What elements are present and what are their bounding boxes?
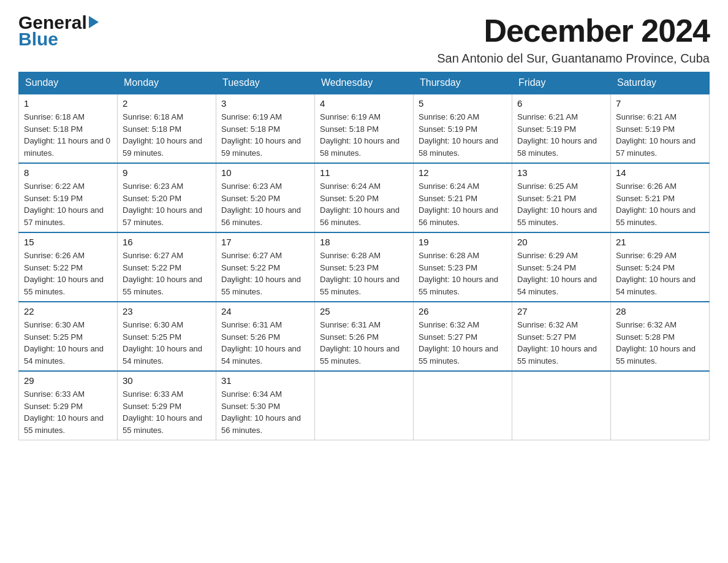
calendar-week-row: 15 Sunrise: 6:26 AM Sunset: 5:22 PM Dayl… — [19, 232, 710, 302]
day-info: Sunrise: 6:34 AM Sunset: 5:30 PM Dayligh… — [221, 388, 309, 436]
day-info: Sunrise: 6:30 AM Sunset: 5:25 PM Dayligh… — [24, 319, 112, 367]
header-saturday: Saturday — [611, 72, 710, 94]
day-cell-10: 10 Sunrise: 6:23 AM Sunset: 5:20 PM Dayl… — [216, 163, 315, 232]
day-info: Sunrise: 6:21 AM Sunset: 5:19 PM Dayligh… — [616, 111, 704, 159]
day-cell-26: 26 Sunrise: 6:32 AM Sunset: 5:27 PM Dayl… — [414, 302, 512, 371]
day-info: Sunrise: 6:27 AM Sunset: 5:22 PM Dayligh… — [123, 250, 211, 297]
day-cell-4: 4 Sunrise: 6:19 AM Sunset: 5:18 PM Dayli… — [315, 94, 414, 163]
day-number: 15 — [24, 237, 112, 247]
day-number: 22 — [24, 306, 112, 316]
day-number: 26 — [419, 306, 507, 316]
day-cell-18: 18 Sunrise: 6:28 AM Sunset: 5:23 PM Dayl… — [315, 232, 414, 302]
day-number: 29 — [24, 375, 112, 386]
day-number: 23 — [123, 306, 211, 316]
weekday-header-row: Sunday Monday Tuesday Wednesday Thursday… — [19, 72, 710, 94]
day-number: 4 — [320, 98, 408, 109]
day-number: 25 — [320, 306, 408, 316]
day-info: Sunrise: 6:28 AM Sunset: 5:23 PM Dayligh… — [419, 250, 507, 297]
day-cell-2: 2 Sunrise: 6:18 AM Sunset: 5:18 PM Dayli… — [118, 94, 216, 163]
day-cell-1: 1 Sunrise: 6:18 AM Sunset: 5:18 PM Dayli… — [19, 94, 118, 163]
day-cell-8: 8 Sunrise: 6:22 AM Sunset: 5:19 PM Dayli… — [19, 163, 118, 232]
day-info: Sunrise: 6:29 AM Sunset: 5:24 PM Dayligh… — [616, 250, 704, 297]
header-sunday: Sunday — [19, 72, 118, 94]
day-number: 16 — [123, 237, 211, 247]
calendar-week-row: 1 Sunrise: 6:18 AM Sunset: 5:18 PM Dayli… — [19, 94, 710, 163]
day-number: 3 — [221, 98, 309, 109]
header-monday: Monday — [118, 72, 216, 94]
day-cell-12: 12 Sunrise: 6:24 AM Sunset: 5:21 PM Dayl… — [414, 163, 512, 232]
header-thursday: Thursday — [414, 72, 512, 94]
day-number: 1 — [24, 98, 112, 109]
day-number: 30 — [123, 375, 211, 386]
day-info: Sunrise: 6:30 AM Sunset: 5:25 PM Dayligh… — [123, 319, 211, 367]
logo-triangle-icon — [89, 16, 99, 28]
day-number: 18 — [320, 237, 408, 247]
day-info: Sunrise: 6:19 AM Sunset: 5:18 PM Dayligh… — [221, 111, 309, 159]
day-info: Sunrise: 6:23 AM Sunset: 5:20 PM Dayligh… — [123, 180, 211, 228]
day-info: Sunrise: 6:24 AM Sunset: 5:21 PM Dayligh… — [419, 180, 507, 228]
day-info: Sunrise: 6:19 AM Sunset: 5:18 PM Dayligh… — [320, 111, 408, 159]
day-number: 12 — [419, 167, 507, 178]
day-number: 7 — [616, 98, 704, 109]
day-cell-23: 23 Sunrise: 6:30 AM Sunset: 5:25 PM Dayl… — [118, 302, 216, 371]
day-info: Sunrise: 6:18 AM Sunset: 5:18 PM Dayligh… — [123, 111, 211, 159]
day-number: 9 — [123, 167, 211, 178]
day-cell-21: 21 Sunrise: 6:29 AM Sunset: 5:24 PM Dayl… — [611, 232, 710, 302]
day-number: 14 — [616, 167, 704, 178]
day-info: Sunrise: 6:18 AM Sunset: 5:18 PM Dayligh… — [24, 111, 112, 159]
day-info: Sunrise: 6:28 AM Sunset: 5:23 PM Dayligh… — [320, 250, 408, 297]
day-info: Sunrise: 6:31 AM Sunset: 5:26 PM Dayligh… — [320, 319, 408, 367]
day-cell-27: 27 Sunrise: 6:32 AM Sunset: 5:27 PM Dayl… — [512, 302, 611, 371]
day-number: 19 — [419, 237, 507, 247]
calendar-table: Sunday Monday Tuesday Wednesday Thursday… — [18, 72, 710, 440]
empty-cell — [512, 371, 611, 440]
day-number: 20 — [517, 237, 605, 247]
day-number: 17 — [221, 237, 309, 247]
day-cell-11: 11 Sunrise: 6:24 AM Sunset: 5:20 PM Dayl… — [315, 163, 414, 232]
day-cell-9: 9 Sunrise: 6:23 AM Sunset: 5:20 PM Dayli… — [118, 163, 216, 232]
day-number: 10 — [221, 167, 309, 178]
day-info: Sunrise: 6:20 AM Sunset: 5:19 PM Dayligh… — [419, 111, 507, 159]
location-subtitle: San Antonio del Sur, Guantanamo Province… — [437, 52, 710, 66]
header-wednesday: Wednesday — [315, 72, 414, 94]
day-cell-13: 13 Sunrise: 6:25 AM Sunset: 5:21 PM Dayl… — [512, 163, 611, 232]
day-number: 31 — [221, 375, 309, 386]
day-cell-3: 3 Sunrise: 6:19 AM Sunset: 5:18 PM Dayli… — [216, 94, 315, 163]
calendar-week-row: 22 Sunrise: 6:30 AM Sunset: 5:25 PM Dayl… — [19, 302, 710, 371]
day-info: Sunrise: 6:21 AM Sunset: 5:19 PM Dayligh… — [517, 111, 605, 159]
empty-cell — [315, 371, 414, 440]
day-info: Sunrise: 6:26 AM Sunset: 5:22 PM Dayligh… — [24, 250, 112, 297]
day-info: Sunrise: 6:31 AM Sunset: 5:26 PM Dayligh… — [221, 319, 309, 367]
day-info: Sunrise: 6:33 AM Sunset: 5:29 PM Dayligh… — [123, 388, 211, 436]
day-info: Sunrise: 6:32 AM Sunset: 5:27 PM Dayligh… — [419, 319, 507, 367]
day-info: Sunrise: 6:33 AM Sunset: 5:29 PM Dayligh… — [24, 388, 112, 436]
day-info: Sunrise: 6:25 AM Sunset: 5:21 PM Dayligh… — [517, 180, 605, 228]
day-number: 27 — [517, 306, 605, 316]
calendar-week-row: 8 Sunrise: 6:22 AM Sunset: 5:19 PM Dayli… — [19, 163, 710, 232]
page-header: General Blue December 2024 San Antonio d… — [18, 12, 710, 66]
day-info: Sunrise: 6:22 AM Sunset: 5:19 PM Dayligh… — [24, 180, 112, 228]
day-number: 5 — [419, 98, 507, 109]
day-number: 8 — [24, 167, 112, 178]
calendar-week-row: 29 Sunrise: 6:33 AM Sunset: 5:29 PM Dayl… — [19, 371, 710, 440]
empty-cell — [414, 371, 512, 440]
day-cell-5: 5 Sunrise: 6:20 AM Sunset: 5:19 PM Dayli… — [414, 94, 512, 163]
day-info: Sunrise: 6:23 AM Sunset: 5:20 PM Dayligh… — [221, 180, 309, 228]
day-number: 13 — [517, 167, 605, 178]
day-cell-6: 6 Sunrise: 6:21 AM Sunset: 5:19 PM Dayli… — [512, 94, 611, 163]
day-number: 21 — [616, 237, 704, 247]
day-cell-17: 17 Sunrise: 6:27 AM Sunset: 5:22 PM Dayl… — [216, 232, 315, 302]
day-cell-24: 24 Sunrise: 6:31 AM Sunset: 5:26 PM Dayl… — [216, 302, 315, 371]
day-cell-7: 7 Sunrise: 6:21 AM Sunset: 5:19 PM Dayli… — [611, 94, 710, 163]
day-info: Sunrise: 6:29 AM Sunset: 5:24 PM Dayligh… — [517, 250, 605, 297]
title-section: December 2024 San Antonio del Sur, Guant… — [437, 12, 710, 66]
day-number: 24 — [221, 306, 309, 316]
day-cell-29: 29 Sunrise: 6:33 AM Sunset: 5:29 PM Dayl… — [19, 371, 118, 440]
day-info: Sunrise: 6:27 AM Sunset: 5:22 PM Dayligh… — [221, 250, 309, 297]
day-cell-30: 30 Sunrise: 6:33 AM Sunset: 5:29 PM Dayl… — [118, 371, 216, 440]
header-tuesday: Tuesday — [216, 72, 315, 94]
day-cell-14: 14 Sunrise: 6:26 AM Sunset: 5:21 PM Dayl… — [611, 163, 710, 232]
day-info: Sunrise: 6:32 AM Sunset: 5:28 PM Dayligh… — [616, 319, 704, 367]
day-cell-19: 19 Sunrise: 6:28 AM Sunset: 5:23 PM Dayl… — [414, 232, 512, 302]
day-cell-25: 25 Sunrise: 6:31 AM Sunset: 5:26 PM Dayl… — [315, 302, 414, 371]
